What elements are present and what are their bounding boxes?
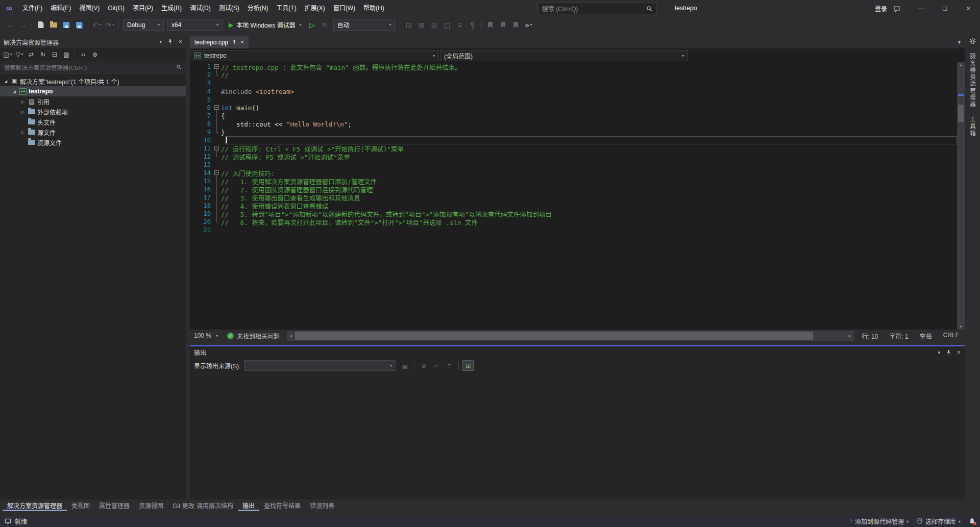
menu-item-8[interactable]: 分析(N): [243, 0, 273, 17]
line-number[interactable]: 4: [194, 88, 213, 95]
search-icon[interactable]: [176, 64, 182, 70]
menu-item-3[interactable]: Git(G): [104, 0, 129, 17]
line-number[interactable]: 7: [194, 112, 213, 119]
sync-with-active-document-icon[interactable]: ⇄: [26, 49, 36, 60]
line-number[interactable]: 12: [194, 153, 213, 160]
close-icon[interactable]: ×: [957, 349, 961, 356]
menu-item-1[interactable]: 编辑(E): [46, 0, 75, 17]
line-number[interactable]: 11: [194, 145, 213, 152]
tree-item-4[interactable]: 头文件: [0, 117, 186, 127]
autohide-tab-1[interactable]: 工具箱: [968, 116, 976, 137]
scroll-left-icon[interactable]: ◂: [287, 333, 295, 338]
menu-item-11[interactable]: 窗口(W): [329, 0, 359, 17]
code-line-1[interactable]: 1−// testrepo.cpp : 此文件包含 "main" 函数。程序执行…: [194, 63, 957, 71]
messages-list-icon[interactable]: ≡: [444, 360, 455, 371]
search-icon[interactable]: [646, 6, 652, 12]
collapse-all-icon[interactable]: ⊟: [50, 49, 60, 60]
scrollbar-thumb[interactable]: [958, 105, 964, 122]
line-number[interactable]: 8: [194, 120, 213, 128]
line-number[interactable]: 17: [194, 194, 213, 201]
expanded-expander-icon[interactable]: ◢: [11, 89, 18, 94]
show-whitespace-icon[interactable]: ¶: [467, 19, 479, 31]
dock-tab-bottom-3[interactable]: 错误列表: [305, 499, 339, 511]
tree-item-5[interactable]: ▷源文件: [0, 127, 186, 137]
code-line-8[interactable]: 8 std::cout << "Hello World!\n";: [194, 120, 957, 128]
undo-icon[interactable]: ↶▾: [91, 19, 103, 31]
menu-item-7[interactable]: 测试(S): [215, 0, 243, 17]
nav-forward-icon[interactable]: →: [17, 19, 29, 31]
dock-tab-bottom-1[interactable]: 输出: [238, 499, 259, 511]
line-number[interactable]: 16: [194, 186, 213, 193]
editor-horizontal-scrollbar[interactable]: ◂ ▸: [287, 331, 854, 341]
char-indicator[interactable]: 字符: 1: [884, 332, 914, 340]
scrollbar-thumb[interactable]: [295, 332, 813, 340]
filter-icon[interactable]: ▽▾: [14, 49, 24, 60]
tree-item-6[interactable]: 资源文件: [0, 137, 186, 147]
spaces-indicator[interactable]: 空格: [914, 332, 938, 340]
scroll-right-icon[interactable]: ▸: [846, 333, 854, 338]
notifications-button[interactable]: [969, 517, 975, 524]
scroll-down-icon[interactable]: ▾: [957, 324, 965, 329]
tab-testrepo-cpp[interactable]: testrepo.cpp ×: [190, 36, 249, 48]
outdent-icon[interactable]: ≡: [454, 19, 466, 31]
line-indicator[interactable]: 行: 10: [856, 332, 884, 340]
close-icon[interactable]: ×: [179, 38, 182, 45]
editor-vertical-scrollbar[interactable]: ▴ ▾: [957, 62, 965, 330]
line-number[interactable]: 10: [194, 137, 213, 144]
tree-item-2[interactable]: ▷▤引用: [0, 96, 186, 107]
open-file-icon[interactable]: [47, 19, 60, 31]
dock-tab-bottom-2[interactable]: 查找符号结果: [259, 499, 305, 511]
line-number[interactable]: 14: [194, 169, 213, 177]
pin-icon[interactable]: [946, 349, 951, 356]
autohide-tab-0[interactable]: 服务器资源管理器: [968, 53, 976, 108]
redo-icon[interactable]: ↷▾: [104, 19, 116, 31]
menu-item-2[interactable]: 视图(V): [75, 0, 104, 17]
start-debug-button[interactable]: ▶本地 Windows 调试器▾: [225, 19, 306, 31]
panel-splitter[interactable]: [186, 36, 190, 499]
scrollbar-track[interactable]: [295, 331, 846, 341]
line-number[interactable]: 3: [194, 80, 213, 87]
line-number[interactable]: 15: [194, 178, 213, 185]
collapsed-expander-icon[interactable]: ▷: [19, 99, 27, 104]
output-header[interactable]: 输出 ▾ ×: [190, 346, 965, 358]
platform-combo[interactable]: x64▾: [167, 19, 223, 31]
code-line-4[interactable]: 4#include <iostream>: [194, 87, 957, 95]
hot-reload-icon[interactable]: ↻: [319, 19, 331, 31]
messages-icon[interactable]: ▤: [399, 360, 410, 371]
expanded-expander-icon[interactable]: ◢: [2, 79, 9, 84]
line-number[interactable]: 2: [194, 71, 213, 79]
tree-item-1[interactable]: ◢++testrepo: [0, 86, 186, 96]
menu-item-5[interactable]: 生成(B): [157, 0, 186, 17]
collapsed-expander-icon[interactable]: ▷: [19, 110, 27, 114]
gear-icon[interactable]: [969, 37, 976, 45]
refresh-icon[interactable]: ↻: [38, 49, 48, 60]
sign-in-button[interactable]: 登录: [875, 4, 887, 13]
uncomment-icon[interactable]: ⊟: [428, 19, 440, 31]
new-file-icon[interactable]: [35, 19, 47, 31]
collapsed-expander-icon[interactable]: ▷: [19, 130, 27, 135]
minimize-button[interactable]: —: [910, 0, 933, 17]
chevron-down-icon[interactable]: ▾: [159, 39, 162, 44]
prev-bookmark-icon[interactable]: [497, 19, 509, 31]
code-line-3[interactable]: 3: [194, 79, 957, 87]
code-line-9[interactable]: 9}: [194, 128, 957, 136]
document-health-indicator[interactable]: ✓ 未找到相关问题: [222, 332, 285, 340]
start-without-debug-icon[interactable]: ▷: [306, 19, 318, 31]
solution-explorer-search[interactable]: 搜索解决方案资源管理器(Ctrl+;): [0, 61, 186, 73]
line-number[interactable]: 13: [194, 161, 213, 168]
watch-mode-combo[interactable]: 自动▾: [333, 19, 396, 31]
show-all-files-icon[interactable]: ▨: [61, 49, 71, 60]
toggle-bookmark-icon[interactable]: [484, 19, 497, 31]
dock-tab-bottom-0[interactable]: 调用层次结构: [192, 499, 238, 511]
feedback-icon[interactable]: [893, 5, 900, 12]
pin-icon[interactable]: [167, 39, 173, 45]
indent-icon[interactable]: ◫: [441, 19, 453, 31]
nav-scope-dropdown[interactable]: (全局范围) ▾: [440, 50, 688, 61]
zoom-dropdown[interactable]: 100 % ▾: [190, 332, 222, 339]
save-icon[interactable]: [60, 19, 72, 31]
solution-explorer-header[interactable]: 解决方案资源管理器 ▾ ×: [0, 36, 186, 48]
maximize-button[interactable]: □: [933, 0, 957, 17]
close-button[interactable]: ×: [957, 0, 980, 17]
configuration-combo[interactable]: Debug▾: [123, 19, 164, 31]
fold-collapse-icon[interactable]: −: [213, 169, 221, 177]
